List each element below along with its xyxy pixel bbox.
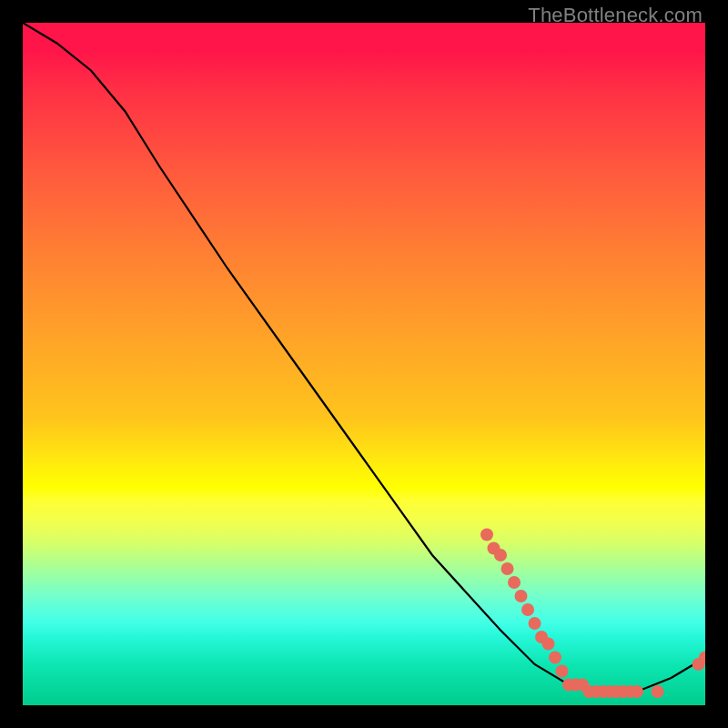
data-point [521,603,534,616]
data-point [508,576,521,589]
data-point [515,590,528,602]
data-point [556,665,569,678]
bottleneck-curve [23,23,705,692]
attribution-watermark: TheBottleneck.com [528,4,703,27]
chart-frame: TheBottleneck.com [0,0,728,728]
data-point [494,549,507,561]
plot-area [23,23,705,705]
data-point [549,652,561,664]
data-point [501,562,514,575]
data-point [652,685,664,698]
data-point [631,685,643,698]
data-point [480,529,493,541]
data-point [542,638,555,651]
chart-svg [23,23,705,705]
data-point [529,617,541,630]
